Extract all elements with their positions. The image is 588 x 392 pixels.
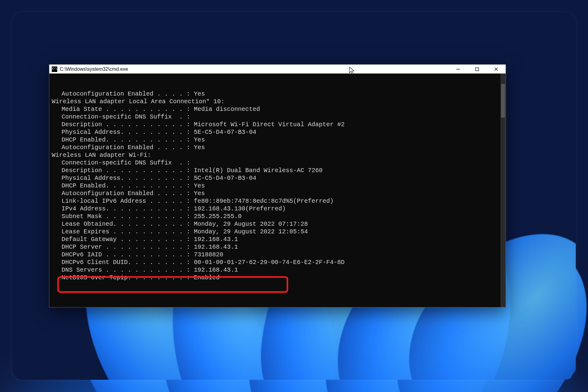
terminal-line: Autoconfiguration Enabled . . . . : Yes [49,190,506,197]
cmd-icon [52,66,57,72]
terminal-line: DHCPv6 Client DUID. . . . . . . . : 00-0… [49,258,506,266]
terminal-line: DHCPv6 IAID . . . . . . . . . . . : 7318… [49,251,506,258]
maximize-button[interactable] [468,65,487,74]
terminal-line: Autoconfiguration Enabled . . . . : Yes [49,144,506,151]
close-button[interactable] [487,65,506,74]
terminal-output[interactable]: Autoconfiguration Enabled . . . . : YesW… [49,74,506,307]
cmd-window[interactable]: C:\Windows\system32\cmd.exe Autoconfigur… [49,64,506,307]
terminal-line: Link-local IPv6 Address . . . . . : fe80… [49,197,506,205]
window-controls [449,65,506,74]
terminal-line: NetBIOS over Tcpip. . . . . . . . : Enab… [49,274,506,281]
terminal-line: Subnet Mask . . . . . . . . . . . : 255.… [49,213,506,220]
terminal-line: DHCP Server . . . . . . . . . . . : 192.… [49,243,506,251]
minimize-button[interactable] [449,65,468,74]
terminal-line: Default Gateway . . . . . . . . . : 192.… [49,236,506,243]
terminal-line: Connection-specific DNS Suffix . : [49,113,506,121]
terminal-line: DHCP Enabled. . . . . . . . . . . : Yes [49,182,506,190]
terminal-line: Wireless LAN adapter Local Area Connecti… [49,98,506,105]
terminal-line: DNS Servers . . . . . . . . . . . : 192.… [49,266,506,274]
titlebar[interactable]: C:\Windows\system32\cmd.exe [49,65,506,74]
terminal-line: Description . . . . . . . . . . . : Micr… [49,121,506,128]
svg-rect-1 [476,68,479,71]
terminal-line: Media State . . . . . . . . . . . : Medi… [49,105,506,113]
scrollbar-thumb[interactable] [501,84,505,118]
figure-frame: C:\Windows\system32\cmd.exe Autoconfigur… [12,12,576,380]
terminal-line: Physical Address. . . . . . . . . : 5C-C… [49,174,506,182]
terminal-line: IPv4 Address. . . . . . . . . . . : 192.… [49,205,506,213]
terminal-line: DHCP Enabled. . . . . . . . . . . : Yes [49,136,506,144]
terminal-line: Description . . . . . . . . . . . : Inte… [49,167,506,174]
terminal-line: Physical Address. . . . . . . . . : 5E-C… [49,128,506,136]
window-title: C:\Windows\system32\cmd.exe [60,66,128,72]
terminal-line: Wireless LAN adapter Wi-Fi: [49,151,506,159]
terminal-line: Autoconfiguration Enabled . . . . : Yes [49,90,506,98]
vertical-scrollbar[interactable] [500,74,506,307]
terminal-line: Lease Expires . . . . . . . . . . : Mond… [49,228,506,236]
terminal-line: Lease Obtained. . . . . . . . . . : Mond… [49,220,506,228]
terminal-line: Connection-specific DNS Suffix . : [49,159,506,167]
